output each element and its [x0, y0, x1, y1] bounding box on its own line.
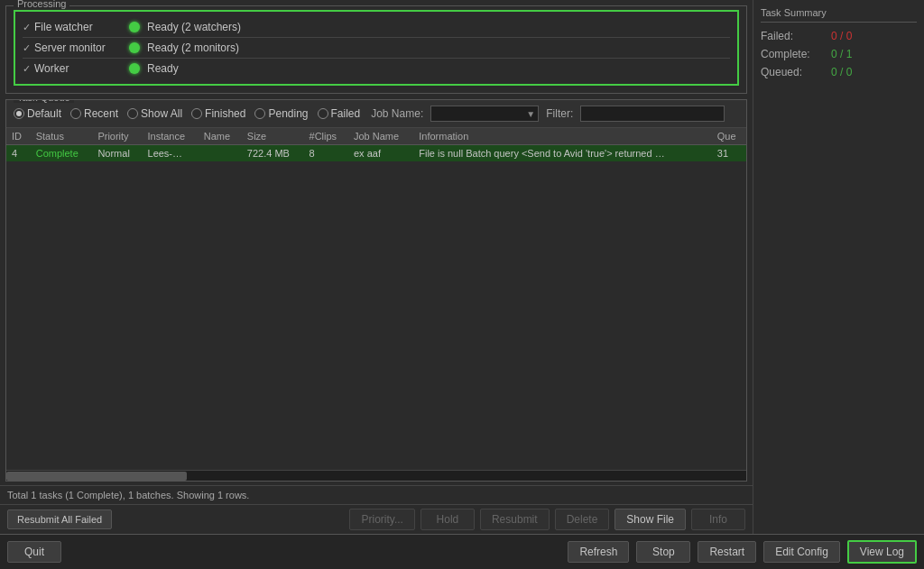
radio-finished[interactable]: Finished: [191, 107, 245, 120]
checkbox-icon-server-monitor: ✓: [23, 42, 31, 54]
queued-value: 0 / 0: [831, 66, 852, 78]
summary-row-failed: Failed: 0 / 0: [761, 30, 917, 42]
col-header-status: Status: [31, 128, 93, 145]
col-header-clips: #Clips: [304, 128, 348, 145]
worker-status-dot: [129, 63, 140, 74]
status-text: Total 1 tasks (1 Complete), 1 batches. S…: [7, 490, 249, 500]
file-watcher-status-dot: [129, 22, 140, 32]
filter-input[interactable]: [580, 106, 725, 122]
queued-label: Queued:: [761, 66, 824, 78]
status-bar: Total 1 tasks (1 Complete), 1 batches. S…: [0, 485, 753, 504]
server-monitor-label: Server monitor: [34, 41, 106, 54]
radio-pending[interactable]: Pending: [254, 107, 308, 120]
col-header-information: Information: [413, 128, 712, 145]
radio-dot-recent: [70, 108, 81, 119]
radio-label-pending: Pending: [268, 107, 308, 120]
scroll-thumb: [6, 472, 187, 481]
radio-dot-failed: [318, 108, 328, 119]
resubmit-button[interactable]: Resubmit: [480, 509, 550, 530]
job-name-select[interactable]: [430, 106, 539, 122]
processing-row-worker: ✓ Worker Ready: [23, 59, 730, 78]
processing-row-server-monitor: ✓ Server monitor Ready (2 monitors): [23, 38, 730, 59]
quit-button[interactable]: Quit: [7, 541, 61, 563]
task-queue-section: Task Queue Default Recent Show All: [5, 99, 747, 482]
cell-information: File is null Batch query <Send to Avid '…: [413, 145, 712, 162]
checkbox-icon-worker: ✓: [23, 63, 31, 75]
bottom-toolbar: Quit Refresh Stop Restart Edit Config Vi…: [0, 534, 924, 569]
processing-label: Processing: [14, 0, 69, 9]
processing-group: ✓ File watcher Ready (2 watchers) ✓ Serv…: [14, 10, 739, 86]
hold-button[interactable]: Hold: [420, 509, 475, 530]
radio-default[interactable]: Default: [14, 107, 61, 120]
col-header-size: Size: [242, 128, 304, 145]
task-summary-panel: Task Summary Failed: 0 / 0 Complete: 0 /…: [753, 0, 924, 534]
refresh-button[interactable]: Refresh: [568, 541, 629, 563]
radio-dot-default: [14, 108, 24, 119]
cell-status: Complete: [31, 145, 93, 162]
worker-checkbox-label[interactable]: ✓ Worker: [23, 62, 122, 75]
job-name-label: Job Name:: [371, 107, 423, 120]
complete-value: 0 / 1: [831, 48, 852, 60]
processing-section: Processing ✓ File watcher Ready (2 watch…: [5, 5, 747, 94]
edit-config-button[interactable]: Edit Config: [763, 541, 840, 563]
radio-group: Default Recent Show All Finished: [14, 107, 360, 120]
checkbox-icon-file-watcher: ✓: [23, 22, 31, 33]
task-queue-label: Task Queue: [14, 99, 74, 103]
task-table: ID Status Priority Instance Name Size #C…: [6, 128, 746, 161]
worker-status-text: Ready: [147, 62, 179, 75]
info-button[interactable]: Info: [691, 509, 745, 530]
complete-label: Complete:: [761, 48, 824, 60]
radio-label-finished: Finished: [205, 107, 245, 120]
col-header-que: Que: [712, 128, 746, 145]
radio-dot-pending: [254, 108, 265, 119]
restart-button[interactable]: Restart: [698, 541, 756, 563]
radio-dot-show-all: [127, 108, 138, 119]
cell-size: 722.4 MB: [242, 145, 304, 162]
radio-recent[interactable]: Recent: [70, 107, 118, 120]
table-wrapper: ID Status Priority Instance Name Size #C…: [6, 128, 746, 470]
server-monitor-status-dot: [129, 42, 140, 53]
col-header-instance: Instance: [143, 128, 199, 145]
radio-dot-finished: [191, 108, 202, 119]
task-summary-label: Task Summary: [761, 7, 917, 23]
radio-show-all[interactable]: Show All: [127, 107, 182, 120]
show-file-button[interactable]: Show File: [614, 509, 686, 530]
summary-row-queued: Queued: 0 / 0: [761, 66, 917, 78]
radio-label-default: Default: [27, 107, 61, 120]
cell-instance: Lees-…: [143, 145, 199, 162]
file-watcher-status-text: Ready (2 watchers): [147, 21, 241, 33]
filter-bar: Default Recent Show All Finished: [6, 100, 746, 128]
action-bar: Resubmit All Failed Priority... Hold Res…: [0, 504, 753, 534]
horizontal-scrollbar[interactable]: [6, 470, 746, 481]
cell-job-name: ex aaf: [348, 145, 413, 162]
failed-value: 0 / 0: [831, 30, 852, 42]
radio-failed[interactable]: Failed: [318, 107, 361, 120]
worker-label: Worker: [34, 62, 69, 75]
file-watcher-checkbox-label[interactable]: ✓ File watcher: [23, 21, 122, 33]
cell-priority: Normal: [92, 145, 142, 162]
cell-clips: 8: [304, 145, 348, 162]
delete-button[interactable]: Delete: [555, 509, 610, 530]
resubmit-all-failed-button[interactable]: Resubmit All Failed: [7, 509, 112, 529]
server-monitor-checkbox-label[interactable]: ✓ Server monitor: [23, 41, 122, 54]
priority-button[interactable]: Priority...: [349, 509, 414, 530]
summary-row-complete: Complete: 0 / 1: [761, 48, 917, 60]
table-header: ID Status Priority Instance Name Size #C…: [6, 128, 746, 145]
cell-name: [199, 145, 242, 162]
table-body: 4 Complete Normal Lees-… 722.4 MB 8 ex a…: [6, 145, 746, 162]
table-row[interactable]: 4 Complete Normal Lees-… 722.4 MB 8 ex a…: [6, 145, 746, 162]
col-header-name: Name: [199, 128, 242, 145]
col-header-priority: Priority: [92, 128, 142, 145]
radio-label-failed: Failed: [331, 107, 361, 120]
radio-label-show-all: Show All: [141, 107, 182, 120]
stop-button[interactable]: Stop: [636, 541, 690, 563]
file-watcher-label: File watcher: [34, 21, 93, 33]
col-header-id: ID: [6, 128, 31, 145]
view-log-button[interactable]: View Log: [847, 540, 917, 564]
job-name-select-wrapper: ▼: [430, 106, 539, 122]
cell-que: 31: [712, 145, 746, 162]
server-monitor-status-text: Ready (2 monitors): [147, 41, 239, 54]
radio-label-recent: Recent: [84, 107, 118, 120]
processing-row-file-watcher: ✓ File watcher Ready (2 watchers): [23, 17, 730, 38]
col-header-job-name: Job Name: [348, 128, 413, 145]
